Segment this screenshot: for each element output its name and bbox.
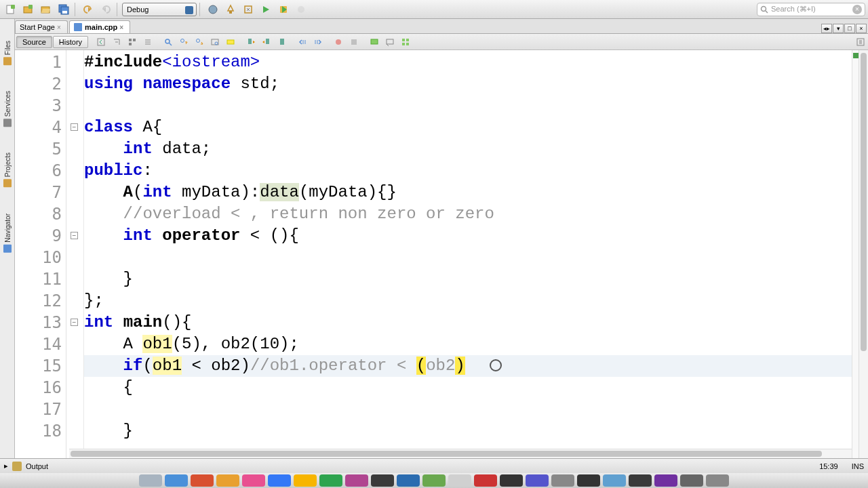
- file-tab-start-page[interactable]: Start Page ×: [15, 20, 68, 33]
- toggle-highlight-button[interactable]: [223, 35, 238, 49]
- dock-app[interactable]: [706, 474, 729, 487]
- fold-toggle[interactable]: −: [71, 319, 78, 326]
- search-icon: [760, 5, 768, 14]
- line-number-gutter[interactable]: 123456789101112131415161718: [15, 50, 66, 458]
- find-prev-button[interactable]: [176, 35, 191, 49]
- editor-options-button[interactable]: [853, 35, 868, 49]
- format-button[interactable]: [398, 35, 413, 49]
- macro-stop-button[interactable]: [347, 35, 361, 49]
- close-tab-icon[interactable]: ×: [119, 24, 127, 31]
- comment-button[interactable]: [367, 35, 382, 49]
- dock-app[interactable]: [216, 474, 239, 487]
- find-next-button[interactable]: [192, 35, 207, 49]
- file-tab-main-cpp[interactable]: main.cpp ×: [69, 20, 130, 33]
- scrollbar-thumb[interactable]: [71, 451, 822, 457]
- dock-app[interactable]: [577, 474, 600, 487]
- expand-icon[interactable]: ▸: [4, 462, 8, 470]
- fold-column[interactable]: −−−: [66, 50, 84, 458]
- svg-rect-17: [133, 39, 136, 41]
- dock-app[interactable]: [680, 474, 703, 487]
- open-project-button[interactable]: [38, 1, 54, 18]
- uncomment-button[interactable]: [382, 35, 397, 49]
- run-button[interactable]: [258, 1, 274, 18]
- code-editor[interactable]: #include<iostream>using namespace std; c…: [84, 50, 852, 458]
- close-tab-icon[interactable]: ×: [57, 24, 64, 31]
- build-config-select[interactable]: Debug: [122, 3, 197, 16]
- find-button[interactable]: [161, 35, 176, 49]
- nav-members-button[interactable]: [125, 35, 140, 49]
- dock-app[interactable]: [165, 474, 188, 487]
- shift-left-button[interactable]: [295, 35, 310, 49]
- svg-rect-26: [248, 39, 252, 44]
- macro-record-button[interactable]: [331, 35, 346, 49]
- redo-button[interactable]: [98, 1, 114, 18]
- svg-rect-34: [406, 39, 409, 41]
- prev-bookmark-button[interactable]: [243, 35, 258, 49]
- error-stripe[interactable]: [852, 50, 859, 458]
- dock-app[interactable]: [500, 474, 523, 487]
- svg-rect-25: [227, 40, 234, 44]
- svg-point-8: [209, 5, 217, 14]
- horizontal-scrollbar[interactable]: [69, 449, 852, 458]
- macos-dock[interactable]: [0, 473, 868, 488]
- dock-app[interactable]: [294, 474, 317, 487]
- fold-toggle[interactable]: −: [71, 232, 78, 239]
- dock-app[interactable]: [422, 474, 446, 487]
- tabs-dropdown[interactable]: ▾: [833, 24, 844, 33]
- shift-right-button[interactable]: [311, 35, 326, 49]
- nav-back-button[interactable]: [94, 35, 108, 49]
- save-all-button[interactable]: [56, 1, 72, 18]
- dock-app[interactable]: [371, 474, 394, 487]
- web-button[interactable]: [205, 1, 221, 18]
- nav-forward-button[interactable]: [109, 35, 124, 49]
- close-all-tabs[interactable]: ×: [856, 24, 867, 33]
- side-tab-projects[interactable]: Projects: [3, 150, 12, 190]
- side-tab-navigator[interactable]: Navigator: [3, 211, 12, 256]
- vertical-scrollbar[interactable]: [859, 50, 868, 458]
- svg-rect-1: [11, 5, 15, 9]
- dock-app[interactable]: [551, 474, 574, 487]
- new-file-button[interactable]: [3, 1, 19, 18]
- svg-rect-18: [129, 43, 132, 45]
- dock-app[interactable]: [654, 474, 677, 487]
- dock-app[interactable]: [345, 474, 368, 487]
- nav-hierarchy-button[interactable]: [140, 35, 155, 49]
- search-box[interactable]: Search (⌘+I) ×: [757, 3, 865, 16]
- dock-app[interactable]: [448, 474, 471, 487]
- dock-app[interactable]: [139, 474, 162, 487]
- scrollbar-thumb[interactable]: [861, 53, 867, 351]
- svg-rect-7: [62, 11, 67, 14]
- side-tab-services[interactable]: Services: [3, 88, 12, 129]
- side-tab-files[interactable]: Files: [3, 38, 12, 68]
- history-tab[interactable]: History: [53, 36, 88, 48]
- clean-build-button[interactable]: [240, 1, 256, 18]
- maximize-tab[interactable]: □: [844, 24, 855, 33]
- output-label[interactable]: Output: [26, 462, 48, 470]
- navigator-icon: [3, 244, 12, 252]
- profile-button[interactable]: [293, 1, 309, 18]
- dock-app[interactable]: [526, 474, 549, 487]
- fold-toggle[interactable]: −: [71, 123, 78, 131]
- dock-app[interactable]: [603, 474, 626, 487]
- svg-point-21: [181, 39, 184, 42]
- clear-search-icon[interactable]: ×: [852, 5, 862, 14]
- dock-app[interactable]: [319, 474, 342, 487]
- source-tab[interactable]: Source: [16, 36, 52, 48]
- dock-app[interactable]: [268, 474, 291, 487]
- find-selection-button[interactable]: [208, 35, 222, 49]
- undo-button[interactable]: [80, 1, 96, 18]
- dock-app[interactable]: [474, 474, 497, 487]
- debug-button[interactable]: [275, 1, 292, 18]
- dock-app[interactable]: [191, 474, 214, 487]
- next-bookmark-button[interactable]: [259, 35, 274, 49]
- svg-rect-30: [351, 39, 357, 45]
- scroll-tabs-left[interactable]: ◂▸: [821, 24, 832, 33]
- dock-app[interactable]: [629, 474, 652, 487]
- toggle-bookmark-button[interactable]: [275, 35, 290, 49]
- insert-mode: INS: [852, 462, 864, 470]
- new-project-button[interactable]: [20, 1, 37, 18]
- status-bar: ▸ Output 15:39 INS: [0, 458, 868, 473]
- dock-app[interactable]: [397, 474, 420, 487]
- build-button[interactable]: [222, 1, 239, 18]
- dock-app[interactable]: [242, 474, 265, 487]
